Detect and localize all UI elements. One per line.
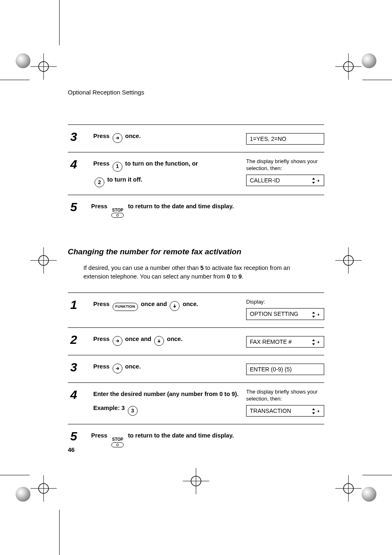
lcd-text: CALLER-ID [250, 177, 280, 184]
crop-guide [0, 475, 30, 475]
print-orb-icon [362, 487, 376, 502]
registration-mark-icon [335, 247, 362, 274]
step-display: 1=YES, 2=NO [246, 131, 324, 145]
step-number: 4 [68, 389, 93, 401]
crop-guide [362, 80, 392, 80]
step-number: 3 [68, 131, 93, 143]
digit-3-key-icon: 3 [128, 406, 138, 416]
step-number: 5 [68, 201, 91, 213]
print-orb-icon [16, 487, 30, 502]
display-note: Display: [246, 299, 324, 306]
text: Enter the desired number (any number fro… [93, 391, 239, 397]
step-b2: 2 Press once and once. FAX REMOTE # [68, 327, 324, 355]
print-orb-icon [16, 53, 30, 68]
stop-key-label: STOP [112, 208, 123, 212]
text: . [242, 273, 243, 280]
digit-2-key-icon: 2 [95, 177, 104, 187]
lcd-readout: CALLER-ID [246, 175, 324, 186]
page-number: 46 [68, 446, 75, 453]
up-down-right-arrows-icon [311, 407, 321, 415]
digit-1-key-icon: 1 [113, 162, 122, 172]
lcd-readout: OPTION SETTING [246, 308, 324, 320]
text: once. [125, 363, 141, 370]
step-instruction: Press FUNKTION once and once. [93, 299, 246, 311]
step-number: 1 [68, 299, 93, 311]
text-bold: 0 [227, 273, 230, 280]
step-instruction: Press once and once. [93, 334, 246, 346]
running-head: Optional Reception Settings [68, 89, 324, 96]
registration-mark-icon [30, 247, 57, 274]
example-label: Example: 3 [93, 405, 127, 411]
step-instruction: Press once. [93, 361, 246, 373]
text: Press [93, 363, 111, 370]
lcd-readout: 1=YES, 2=NO [246, 133, 324, 145]
text: If desired, you can use a number other t… [83, 265, 201, 271]
registration-mark-icon [335, 475, 362, 502]
step-b3: 3 Press once. ENTER (0-9) (5) [68, 355, 324, 382]
step-display: Display: OPTION SETTING [246, 299, 324, 320]
print-orb-icon [362, 53, 376, 68]
step-display: ENTER (0-9) (5) [246, 361, 324, 375]
display-note: The display briefly shows your selection… [246, 158, 324, 172]
crop-guide [362, 475, 392, 475]
lcd-text: 1=YES, 2=NO [250, 135, 286, 143]
up-down-right-arrows-icon [311, 338, 321, 345]
lcd-text: ENTER (0-9) (5) [250, 366, 292, 373]
step-instruction: Press 1 to turn on the function, or 2 to… [93, 158, 246, 187]
step-instruction: Enter the desired number (any number fro… [93, 389, 246, 416]
stop-key-label: STOP [112, 437, 123, 442]
step-instruction: Press once. [93, 131, 246, 143]
registration-mark-icon [335, 53, 362, 80]
lcd-readout: ENTER (0-9) (5) [246, 364, 324, 375]
lcd-text: TRANSACTION [250, 407, 291, 415]
step-a3: 3 Press once. 1=YES, 2=NO [68, 124, 324, 152]
text: to [230, 273, 238, 280]
step-a4: 4 Press 1 to turn on the function, or 2 … [68, 152, 324, 195]
stop-key-icon: STOP [111, 438, 124, 447]
procedure-b: 1 Press FUNKTION once and once. Display:… [68, 292, 324, 454]
step-a5: 5 Press STOP to return to the date and t… [68, 195, 324, 226]
registration-mark-icon [30, 475, 57, 502]
text: to turn it off. [107, 176, 142, 183]
step-b4: 4 Enter the desired number (any number f… [68, 382, 324, 424]
text: Press [91, 203, 109, 210]
crop-guide [0, 80, 30, 80]
text: Press [91, 432, 109, 439]
up-down-right-arrows-icon [311, 177, 321, 184]
step-b5: 5 Press STOP to return to the date and t… [68, 424, 324, 455]
right-arrow-key-icon [113, 336, 122, 346]
text: once. [125, 133, 141, 139]
step-number: 5 [68, 430, 91, 442]
section-heading: Changing the number for remote fax activ… [68, 247, 324, 256]
crop-guide [59, 510, 60, 555]
step-instruction: Press STOP to return to the date and tim… [91, 430, 324, 447]
registration-mark-icon [183, 468, 209, 494]
step-number: 3 [68, 361, 93, 373]
text: Press [93, 160, 111, 167]
crop-guide [59, 0, 60, 45]
text: to return to the date and time display. [128, 203, 234, 210]
step-display: The display briefly shows your selection… [246, 389, 324, 417]
text: once and [141, 301, 169, 307]
text: to return to the date and time display. [128, 432, 234, 439]
lcd-readout: FAX REMOTE # [246, 336, 324, 348]
text: to turn on the function, or [125, 160, 198, 167]
text: once and [125, 336, 153, 342]
text-bold: 5 [201, 265, 204, 271]
step-number: 2 [68, 334, 93, 346]
up-down-right-arrows-icon [311, 310, 321, 318]
down-arrow-key-icon [154, 336, 164, 346]
lcd-readout: TRANSACTION [246, 405, 324, 417]
registration-mark-icon [30, 53, 57, 80]
text: Press [93, 133, 111, 139]
display-note: The display briefly shows your selection… [246, 389, 324, 403]
funktion-key-icon: FUNKTION [113, 303, 138, 311]
right-arrow-key-icon [113, 133, 122, 143]
step-display: The display briefly shows your selection… [246, 158, 324, 186]
stop-key-icon: STOP [111, 208, 124, 218]
right-arrow-key-icon [113, 364, 122, 373]
text: once. [167, 336, 182, 342]
text: Press [93, 336, 111, 342]
step-number: 4 [68, 158, 93, 170]
section-paragraph: If desired, you can use a number other t… [83, 264, 305, 281]
